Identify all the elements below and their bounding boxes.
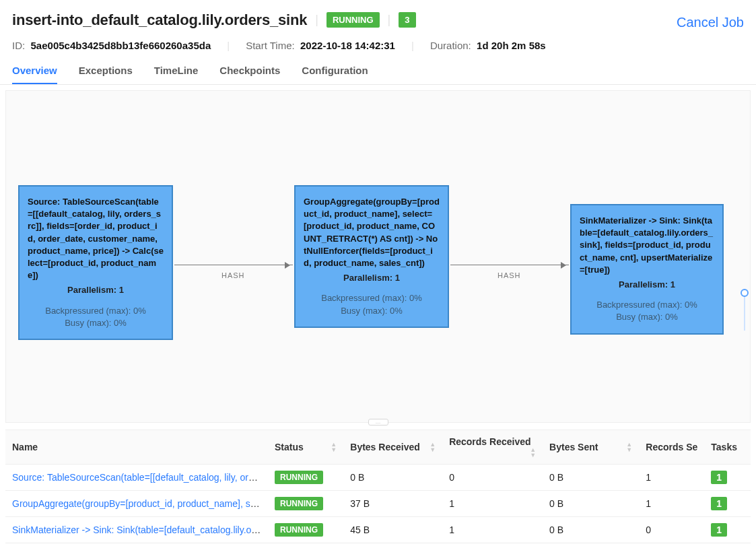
pane-resizer: … xyxy=(0,423,756,430)
job-graph[interactable]: Source: TableSourceScan(table=[[default_… xyxy=(5,90,751,423)
node-backpressure: Backpressured (max): 0% xyxy=(580,299,714,311)
graph-node-sink[interactable]: SinkMaterializer -> Sink: Sink(table=[de… xyxy=(570,204,724,335)
node-description: Source: TableSourceScan(table=[[default_… xyxy=(28,196,164,281)
table-row[interactable]: GroupAggregate(groupBy=[product_id, prod… xyxy=(5,491,751,517)
col-header-name[interactable]: Name xyxy=(5,430,268,465)
graph-edge xyxy=(174,265,293,265)
header: insert-into_default_catalog.lily.orders_… xyxy=(0,0,756,51)
slider-thumb[interactable] xyxy=(741,289,749,297)
tab-timeline[interactable]: TimeLine xyxy=(154,65,199,84)
table-row[interactable]: Source: TableSourceScan(table=[[default_… xyxy=(5,465,751,491)
sort-icon[interactable]: ▲▼ xyxy=(331,442,337,452)
header-label: Bytes Received xyxy=(350,442,420,452)
resize-handle[interactable]: … xyxy=(368,419,388,426)
slider-track xyxy=(744,293,745,331)
start-time-value: 2022-10-18 14:42:31 xyxy=(300,40,395,51)
col-header-bytes-sent[interactable]: Bytes Sent▲▼ xyxy=(543,430,639,465)
tab-exceptions[interactable]: Exceptions xyxy=(79,65,133,84)
separator: | xyxy=(315,13,318,27)
header-label: Records Received xyxy=(449,436,530,447)
operator-link[interactable]: Source: TableSourceScan(table=[[default_… xyxy=(12,472,268,483)
job-title: insert-into_default_catalog.lily.orders_… xyxy=(12,11,307,29)
table-container: Name Status▲▼ Bytes Received▲▼ Records R… xyxy=(0,430,756,544)
graph-node-aggregate[interactable]: GroupAggregate(groupBy=[product_id, prod… xyxy=(294,185,449,328)
cell-records-received: 1 xyxy=(442,517,543,543)
node-description: SinkMaterializer -> Sink: Sink(table=[de… xyxy=(580,215,714,276)
duration-label: Duration: xyxy=(430,40,471,51)
tabs: Overview Exceptions TimeLine Checkpoints… xyxy=(0,51,756,85)
operators-table: Name Status▲▼ Bytes Received▲▼ Records R… xyxy=(5,430,751,543)
separator: | xyxy=(388,13,391,27)
zoom-slider[interactable] xyxy=(741,293,749,333)
cell-records-sent: 0 xyxy=(639,517,704,543)
sort-icon[interactable]: ▲▼ xyxy=(530,447,536,458)
task-count-badge: 1 xyxy=(711,471,727,484)
cell-bytes-received: 37 B xyxy=(343,491,442,517)
title-row: insert-into_default_catalog.lily.orders_… xyxy=(12,9,744,30)
node-description: GroupAggregate(groupBy=[product_id, prod… xyxy=(304,196,440,269)
cell-records-received: 1 xyxy=(442,491,543,517)
header-label: Bytes Sent xyxy=(549,442,598,452)
cell-bytes-sent: 0 B xyxy=(543,491,639,517)
cell-name: GroupAggregate(groupBy=[product_id, prod… xyxy=(5,491,268,517)
tab-overview[interactable]: Overview xyxy=(12,65,57,84)
status-badge: RUNNING xyxy=(275,497,323,510)
cell-status: RUNNING xyxy=(268,465,343,491)
col-header-records-sent[interactable]: Records Se xyxy=(639,430,704,465)
status-badge: RUNNING xyxy=(327,12,380,28)
start-time-label: Start Time: xyxy=(246,40,295,51)
edge-label: HASH xyxy=(497,271,521,279)
graph-container: Source: TableSourceScan(table=[[default_… xyxy=(0,85,756,423)
graph-node-source[interactable]: Source: TableSourceScan(table=[[default_… xyxy=(18,185,173,340)
graph-edge xyxy=(450,265,569,265)
col-header-status[interactable]: Status▲▼ xyxy=(268,430,343,465)
node-busy: Busy (max): 0% xyxy=(28,317,164,329)
separator: | xyxy=(411,40,414,51)
duration-value: 1d 20h 2m 58s xyxy=(477,40,546,51)
node-busy: Busy (max): 0% xyxy=(304,305,440,317)
status-badge: RUNNING xyxy=(275,471,323,484)
id-value: 5ae005c4b3425d8bb13fe660260a35da xyxy=(31,40,211,51)
cell-bytes-received: 0 B xyxy=(343,465,442,491)
sort-icon[interactable]: ▲▼ xyxy=(429,442,436,452)
cell-bytes-received: 45 B xyxy=(343,517,442,543)
header-label: Name xyxy=(12,442,38,452)
table-row[interactable]: SinkMaterializer -> Sink: Sink(table=[de… xyxy=(5,517,751,543)
count-badge: 3 xyxy=(399,12,415,28)
status-badge: RUNNING xyxy=(275,523,323,537)
node-backpressure: Backpressured (max): 0% xyxy=(28,305,164,317)
header-label: Records Se xyxy=(646,442,697,452)
meta-row: ID: 5ae005c4b3425d8bb13fe660260a35da | S… xyxy=(12,40,744,51)
node-parallelism: Parallelism: 1 xyxy=(28,284,164,296)
header-label: Status xyxy=(275,442,304,452)
cell-records-sent: 1 xyxy=(639,465,704,491)
separator: | xyxy=(227,40,230,51)
cell-name: Source: TableSourceScan(table=[[default_… xyxy=(5,465,268,491)
header-label: Tasks xyxy=(711,442,737,452)
col-header-tasks[interactable]: Tasks xyxy=(704,430,751,465)
sort-icon[interactable]: ▲▼ xyxy=(626,442,632,452)
cell-bytes-sent: 0 B xyxy=(543,465,639,491)
tab-configuration[interactable]: Configuration xyxy=(302,65,368,84)
cell-records-received: 0 xyxy=(442,465,543,491)
task-count-badge: 1 xyxy=(711,523,727,537)
id-label: ID: xyxy=(12,40,25,51)
edge-label: HASH xyxy=(221,271,245,279)
cell-status: RUNNING xyxy=(268,491,343,517)
cell-name: SinkMaterializer -> Sink: Sink(table=[de… xyxy=(5,517,268,543)
node-parallelism: Parallelism: 1 xyxy=(304,272,440,284)
cell-tasks: 1 xyxy=(704,491,751,517)
operator-link[interactable]: SinkMaterializer -> Sink: Sink(table=[de… xyxy=(12,524,268,535)
cell-status: RUNNING xyxy=(268,517,343,543)
cell-tasks: 1 xyxy=(704,517,751,543)
operator-link[interactable]: GroupAggregate(groupBy=[product_id, prod… xyxy=(12,498,268,509)
cell-tasks: 1 xyxy=(704,465,751,491)
cell-records-sent: 1 xyxy=(639,491,704,517)
node-parallelism: Parallelism: 1 xyxy=(580,279,714,291)
cell-bytes-sent: 0 B xyxy=(543,517,639,543)
cancel-job-link[interactable]: Cancel Job xyxy=(677,15,744,30)
col-header-bytes-received[interactable]: Bytes Received▲▼ xyxy=(343,430,442,465)
col-header-records-received[interactable]: Records Received▲▼ xyxy=(442,430,543,465)
tab-checkpoints[interactable]: Checkpoints xyxy=(219,65,280,84)
node-backpressure: Backpressured (max): 0% xyxy=(304,292,440,304)
